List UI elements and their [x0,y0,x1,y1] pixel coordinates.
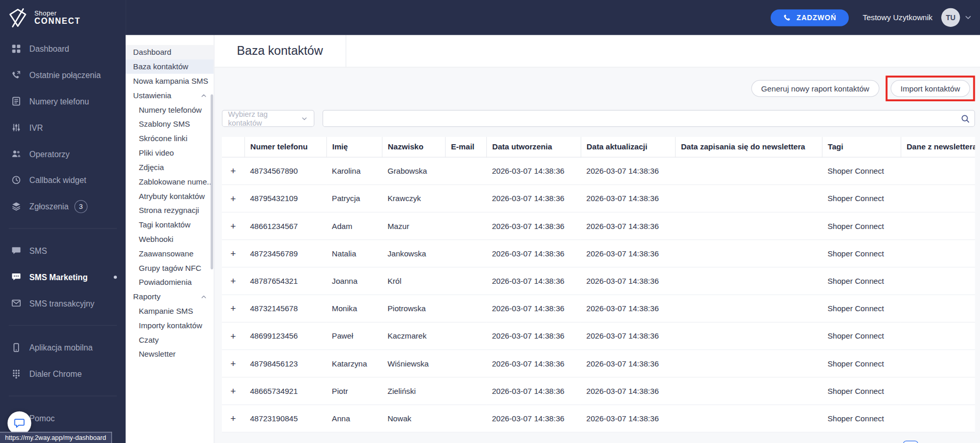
expand-row-button[interactable]: + [228,358,238,369]
submenu-item-nowa-kampania-sms[interactable]: Nowa kampania SMS [126,74,213,88]
expand-row-button[interactable]: + [228,303,238,314]
submenu-item-numery-telefonow[interactable]: Numery telefonów [126,102,213,117]
expand-cell: + [222,185,244,212]
cell-phone: 48665734921 [244,377,326,405]
submenu-item-label: Importy kontaktów [139,321,202,330]
submenu-item-skrocone-linki[interactable]: Skrócone linki [126,131,213,146]
submenu-item-newsletter[interactable]: Newsletter [126,347,213,361]
sidebar-item-dashboard[interactable]: Dashboard [0,36,126,62]
app-root: Shoper CONNECT DashboardOstatnie połącze… [0,0,980,443]
cell-email [445,157,486,185]
sidebar-item-ostatnie-po-aczenia[interactable]: Ostatnie połączenia [0,62,126,88]
expand-cell: + [222,405,244,432]
app-logo-text: Shoper CONNECT [35,9,81,26]
actions-row: Generuj nowy raport kontaktów Import kon… [222,75,975,101]
cell-phone: 48795432109 [244,185,326,212]
sidebar-item-label: Numery telefonu [29,97,89,106]
cell-newsletter-data [900,322,975,349]
submenu-item-szablony-sms[interactable]: Szablony SMS [126,117,213,131]
pagination-page-3[interactable]: 3 [942,440,957,443]
sidebar-item-aplikacja-mobilna[interactable]: Aplikacja mobilna [0,334,126,361]
sidebar-item-ivr[interactable]: IVR [0,114,126,141]
sidebar-item-numery-telefonu[interactable]: Numery telefonu [0,88,126,114]
submenu-item-importy-kontaktow[interactable]: Importy kontaktów [126,318,213,332]
cell-newsletter-data [900,267,975,295]
import-contacts-button[interactable]: Import kontaktów [891,80,970,97]
app-logo[interactable]: Shoper CONNECT [0,0,126,29]
user-avatar[interactable]: TU [941,8,960,27]
cell-last-name: Kaczmarek [382,322,445,349]
submenu-item-powiadomienia[interactable]: Powiadomienia [126,275,213,289]
pagination-page-2[interactable]: 2 [923,440,938,443]
submenu-item-label: Czaty [139,335,159,344]
expand-row-button[interactable]: + [228,165,238,176]
operators-icon [11,149,21,159]
sms-transactional-icon [11,298,21,308]
expand-row-button[interactable]: + [228,248,238,259]
submenu-item-dashboard[interactable]: Dashboard [126,45,213,59]
cell-email [445,185,486,212]
submenu-item-webhooki[interactable]: Webhooki [126,232,213,247]
submenu-item-ustawienia[interactable]: Ustawienia [126,88,213,102]
active-indicator-dot [114,276,117,279]
pagination-next-icon[interactable]: › [961,440,974,443]
submenu-item-kampanie-sms[interactable]: Kampanie SMS [126,304,213,318]
submenu-item-label: Zaawansowane [139,249,193,258]
cell-updated-date: 2026-03-07 14:38:36 [580,377,675,405]
expand-row-button[interactable]: + [228,331,238,342]
sidebar-item-sms-transakcyjny[interactable]: SMS transakcyjny [0,290,126,316]
table-body: +48734567890KarolinaGrabowska2026-03-07 … [222,157,975,432]
sidebar-item-operatorzy[interactable]: Operatorzy [0,141,126,167]
submenu-item-pliki-video[interactable]: Pliki video [126,146,213,160]
cell-last-name: Mazur [382,212,445,240]
submenu-item-zablokowane-nume[interactable]: Zablokowane nume... [126,174,213,189]
cell-last-name: Krawczyk [382,185,445,212]
expand-row-button[interactable]: + [228,386,238,396]
pagination-prev-icon[interactable]: ‹ [886,440,899,443]
cell-first-name: Adam [326,212,382,240]
cell-newsletter-date [675,185,822,212]
cell-updated-date: 2026-03-07 14:38:36 [580,405,675,432]
page-title: Baza kontaktów [237,44,323,58]
expand-row-button[interactable]: + [228,193,238,204]
expand-row-button[interactable]: + [228,413,238,424]
cell-email [445,295,486,322]
submenu-item-label: Szablony SMS [139,120,190,129]
expand-row-button[interactable]: + [228,276,238,286]
submenu-item-label: Ustawienia [133,91,172,100]
pagination-page-1[interactable]: 1 [903,440,918,443]
contact-row: +48798456123KatarzynaWiśniewska2026-03-0… [222,350,975,377]
search-icon[interactable] [961,114,970,123]
submenu-item-zdjecia[interactable]: Zdjęcia [126,160,213,175]
call-button[interactable]: ZADZWOŃ [771,9,849,26]
secondary-sidebar: DashboardBaza kontaktówNowa kampania SMS… [126,35,215,443]
submenu-item-strona-rezygnacji[interactable]: Strona rezygnacji [126,203,213,218]
submenu-item-czaty[interactable]: Czaty [126,332,213,347]
submenu-item-tagi-kontaktow[interactable]: Tagi kontaktów [126,218,213,232]
sidebar-item-sms[interactable]: SMS [0,237,126,264]
sidebar-item-sms-marketing[interactable]: SMS Marketing [0,264,126,290]
tag-filter-select[interactable]: Wybierz tag kontaktów [222,110,314,127]
cell-updated-date: 2026-03-07 14:38:36 [580,350,675,377]
submenu-scrollbar[interactable] [211,95,213,270]
search-field-wrap [323,110,975,127]
submenu-item-baza-kontaktow[interactable]: Baza kontaktów [126,59,213,74]
cell-newsletter-date [675,295,822,322]
expand-row-button[interactable]: + [228,221,238,232]
tab-baza-kontaktow[interactable]: Baza kontaktów [215,35,346,67]
cell-last-name: Piotrowska [382,295,445,322]
cell-newsletter-date [675,377,822,405]
sidebar-item-zg-oszenia[interactable]: Zgłoszenia3 [0,193,126,220]
submenu-item-raporty[interactable]: Raporty [126,289,213,304]
submenu-item-zaawansowane[interactable]: Zaawansowane [126,246,213,261]
sidebar-item-callback-widget[interactable]: Callback widget [0,167,126,193]
cell-updated-date: 2026-03-07 14:38:36 [580,267,675,295]
contacts-search-input[interactable] [323,111,974,126]
sidebar-item-dialer-chrome[interactable]: Dialer Chrome [0,361,126,387]
submenu-item-grupy-tagow-nfc[interactable]: Grupy tagów NFC [126,261,213,275]
submenu-item-atrybuty-kontaktow[interactable]: Atrybuty kontaktów [126,189,213,203]
user-menu-chevron-down-icon[interactable] [964,13,973,22]
generate-report-button[interactable]: Generuj nowy raport kontaktów [751,80,879,97]
mobile-app-icon [11,343,21,353]
cell-tags: Shoper Connect [822,377,900,405]
